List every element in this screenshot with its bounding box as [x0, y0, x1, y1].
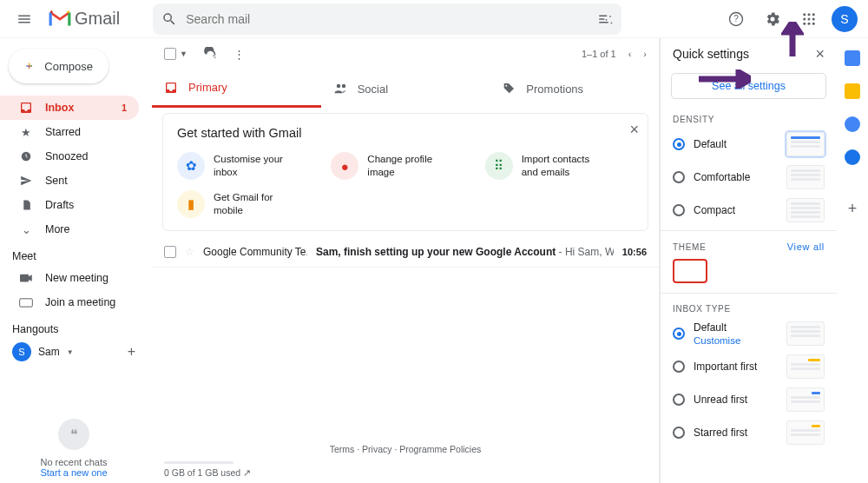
account-avatar[interactable]: S: [832, 6, 858, 32]
prev-page-button[interactable]: ‹: [628, 49, 632, 59]
help-button[interactable]: ?: [722, 5, 750, 33]
sidebar-item-more[interactable]: ⌄More: [0, 217, 139, 242]
quick-settings-title: Quick settings: [673, 47, 749, 61]
inbox-thumb: [786, 387, 825, 412]
inbox-type-unread[interactable]: Unread first: [661, 383, 837, 416]
search-bar[interactable]: [153, 3, 621, 35]
radio-icon: [673, 204, 685, 216]
sidebar-item-snoozed[interactable]: Snoozed: [0, 144, 139, 169]
inbox-type-heading: INBOX TYPE: [661, 297, 837, 317]
sidebar-item-starred[interactable]: ★Starred: [0, 120, 139, 144]
inbox-type-starred[interactable]: Starred first: [661, 416, 837, 449]
tab-promotions[interactable]: Promotions: [490, 69, 659, 108]
inbox-thumb: [786, 354, 825, 379]
tag-icon: [502, 82, 516, 96]
add-panel-button[interactable]: +: [848, 200, 858, 218]
svg-point-6: [808, 17, 811, 20]
card-import-contacts[interactable]: ⠿Import contactsand emails: [485, 152, 634, 180]
radio-icon: [673, 394, 685, 406]
sidebar-item-sent[interactable]: Sent: [0, 169, 139, 193]
customise-link[interactable]: Customise: [694, 335, 740, 346]
more-button[interactable]: ⋮: [233, 48, 245, 61]
card-profile-image[interactable]: ●Change profileimage: [331, 152, 479, 180]
new-chat-button[interactable]: +: [128, 344, 135, 360]
star-button[interactable]: ☆: [185, 246, 194, 258]
search-icon: [161, 11, 177, 27]
settings-button[interactable]: [759, 5, 786, 33]
density-compact[interactable]: Compact: [661, 194, 837, 227]
inbox-icon: [164, 81, 178, 95]
card-customise-inbox[interactable]: ✿Customise yourinbox: [177, 152, 326, 180]
person-icon: ●: [331, 152, 358, 180]
card-mobile[interactable]: ▮Get Gmail formobile: [177, 190, 328, 218]
inbox-thumb: [786, 420, 825, 445]
select-dropdown-icon[interactable]: ▼: [180, 50, 187, 58]
side-panel: +: [837, 38, 868, 483]
header-actions: ? S: [722, 5, 858, 33]
menu-button[interactable]: [10, 5, 38, 33]
tab-primary[interactable]: Primary: [152, 69, 321, 108]
svg-rect-13: [20, 298, 33, 306]
email-row[interactable]: ☆ Google Community Te. Sam, finish setti…: [152, 236, 659, 268]
refresh-button[interactable]: [203, 47, 218, 62]
tune-icon[interactable]: [597, 11, 613, 27]
chevron-down-icon: ⌄: [19, 223, 33, 236]
svg-text:?: ?: [733, 14, 739, 23]
storage-bar: [164, 461, 233, 464]
compose-button[interactable]: Compose: [9, 49, 108, 83]
svg-point-10: [812, 22, 815, 24]
see-all-settings-button[interactable]: See all settings: [671, 73, 826, 99]
toolbar: ▼ ⋮ 1–1 of 1 ‹ ›: [152, 38, 659, 69]
theme-view-all[interactable]: View all: [787, 242, 825, 252]
tasks-icon[interactable]: [845, 116, 860, 132]
video-icon: [19, 273, 33, 283]
external-link-icon[interactable]: ↗: [243, 467, 251, 478]
contacts-icon[interactable]: [845, 149, 860, 165]
search-input[interactable]: [186, 12, 589, 26]
hangout-user[interactable]: S Sam▼ +: [0, 339, 148, 365]
inbox-count: 1: [122, 103, 127, 113]
meet-heading: Meet: [0, 242, 148, 266]
svg-point-16: [506, 85, 508, 87]
phone-icon: ▮: [177, 190, 205, 218]
theme-default-thumb[interactable]: [673, 259, 707, 283]
close-settings-button[interactable]: ×: [815, 45, 825, 63]
new-meeting[interactable]: New meeting: [0, 266, 139, 290]
hangout-empty-state: ❝ No recent chats Start a new one: [0, 419, 148, 478]
people-icon: [333, 83, 347, 95]
inbox-type-important[interactable]: Important first: [661, 350, 837, 383]
card-close-button[interactable]: ×: [629, 121, 639, 139]
user-avatar-icon: S: [12, 342, 31, 361]
page-count: 1–1 of 1: [582, 49, 616, 59]
svg-point-3: [808, 13, 811, 16]
next-page-button[interactable]: ›: [643, 49, 647, 59]
radio-icon: [673, 171, 685, 183]
inbox-type-default[interactable]: DefaultCustomise: [661, 317, 837, 350]
density-default[interactable]: Default: [661, 128, 837, 161]
svg-rect-12: [20, 275, 29, 282]
sidebar-item-inbox[interactable]: Inbox 1: [0, 96, 139, 120]
footer-links[interactable]: Terms · Privacy · Programme Policies: [152, 444, 659, 454]
category-tabs: Primary Social Promotions: [152, 69, 659, 108]
keep-icon[interactable]: [845, 83, 860, 99]
density-comfortable[interactable]: Comfortable: [661, 161, 837, 194]
svg-point-2: [803, 13, 806, 16]
join-meeting[interactable]: Join a meeting: [0, 290, 139, 314]
hangouts-heading: Hangouts: [0, 314, 148, 339]
radio-icon: [673, 427, 685, 439]
theme-heading: THEME: [673, 242, 707, 252]
calendar-icon[interactable]: [845, 50, 860, 66]
start-chat-link[interactable]: Start a new one: [0, 467, 148, 478]
sidebar-item-drafts[interactable]: Drafts: [0, 193, 139, 217]
email-sender: Google Community Te.: [203, 246, 307, 258]
svg-point-14: [336, 84, 340, 89]
email-checkbox[interactable]: [164, 246, 176, 258]
apps-button[interactable]: [795, 5, 823, 33]
tab-social[interactable]: Social: [321, 69, 490, 108]
clock-icon: [19, 150, 33, 162]
quick-settings-panel: Quick settings × See all settings DENSIT…: [660, 38, 837, 483]
density-thumb: [786, 165, 825, 189]
send-icon: [19, 175, 33, 187]
select-all-checkbox[interactable]: [164, 48, 176, 60]
card-title: Get started with Gmail: [177, 126, 634, 140]
